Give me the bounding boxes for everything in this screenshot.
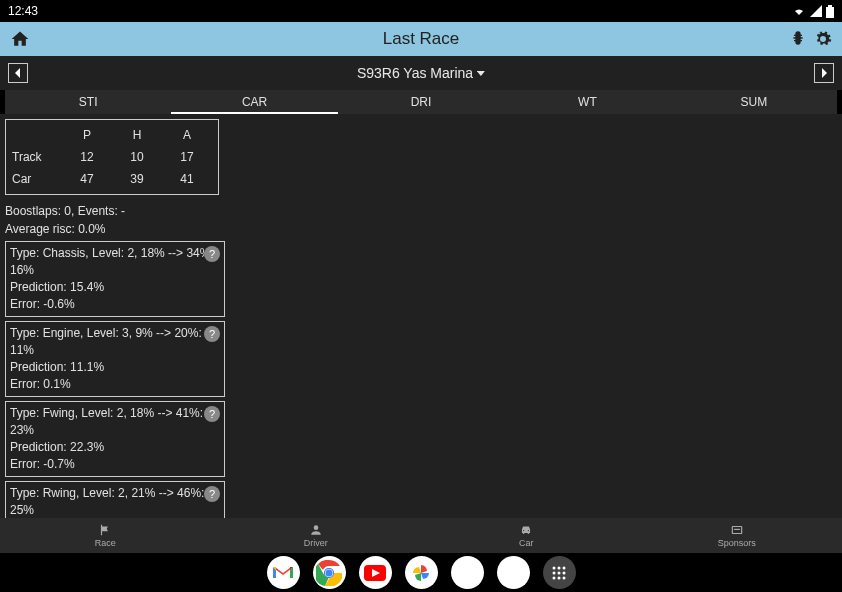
- part-card-chassis: ? Type: Chassis, Level: 2, 18% --> 34%: …: [5, 241, 225, 317]
- svg-rect-3: [734, 529, 740, 530]
- tab-bar: STI CAR DRI WT SUM: [5, 90, 837, 114]
- nav-sponsors[interactable]: Sponsors: [632, 518, 843, 553]
- app-icon-2[interactable]: [497, 556, 530, 589]
- next-button[interactable]: [814, 63, 834, 83]
- header-h: H: [112, 128, 162, 142]
- status-time: 12:43: [8, 4, 38, 18]
- signal-icon: [810, 5, 822, 17]
- status-icons: [792, 5, 834, 18]
- svg-point-11: [558, 566, 561, 569]
- header-a: A: [162, 128, 212, 142]
- part-card-engine: ? Type: Engine, Level: 3, 9% --> 20%: 11…: [5, 321, 225, 397]
- home-icon[interactable]: [10, 29, 30, 49]
- part-card-fwing: ? Type: Fwing, Level: 2, 18% --> 41%: 23…: [5, 401, 225, 477]
- tab-dri[interactable]: DRI: [338, 90, 504, 114]
- tab-wt[interactable]: WT: [504, 90, 670, 114]
- sub-bar: S93R6 Yas Marina: [0, 56, 842, 90]
- app-icon-1[interactable]: [451, 556, 484, 589]
- chrome-icon[interactable]: [313, 556, 346, 589]
- chevron-down-icon: [477, 71, 485, 76]
- nav-car[interactable]: Car: [421, 518, 632, 553]
- gmail-icon[interactable]: [267, 556, 300, 589]
- youtube-icon[interactable]: [359, 556, 392, 589]
- gear-icon[interactable]: [814, 30, 832, 48]
- svg-rect-0: [826, 7, 834, 18]
- svg-point-13: [553, 571, 556, 574]
- svg-point-8: [326, 569, 333, 576]
- person-icon: [309, 523, 323, 537]
- part-card-rwing: ? Type: Rwing, Level: 2, 21% --> 46%: 25…: [5, 481, 225, 518]
- help-icon[interactable]: ?: [204, 486, 220, 502]
- track-dropdown[interactable]: S93R6 Yas Marina: [357, 65, 485, 81]
- help-icon[interactable]: ?: [204, 406, 220, 422]
- table-row: Track 12 10 17: [12, 146, 212, 168]
- status-bar: 12:43: [0, 0, 842, 22]
- track-label: S93R6 Yas Marina: [357, 65, 473, 81]
- svg-point-17: [558, 576, 561, 579]
- svg-point-12: [563, 566, 566, 569]
- bottom-nav: Race Driver Car Sponsors: [0, 518, 842, 553]
- battery-icon: [826, 5, 834, 18]
- stats-table: P H A Track 12 10 17 Car 47 39 41: [5, 119, 219, 195]
- svg-point-15: [563, 571, 566, 574]
- wifi-icon: [792, 5, 806, 17]
- nav-driver[interactable]: Driver: [211, 518, 422, 553]
- car-icon: [519, 523, 533, 537]
- photos-icon[interactable]: [405, 556, 438, 589]
- boost-info: Boostlaps: 0, Events: -: [5, 203, 837, 219]
- nav-race[interactable]: Race: [0, 518, 211, 553]
- tab-sum[interactable]: SUM: [671, 90, 837, 114]
- svg-rect-1: [828, 5, 832, 7]
- svg-point-18: [563, 576, 566, 579]
- svg-point-16: [553, 576, 556, 579]
- help-icon[interactable]: ?: [204, 246, 220, 262]
- app-title: Last Race: [383, 29, 460, 49]
- sponsors-icon: [730, 523, 744, 537]
- table-row: Car 47 39 41: [12, 168, 212, 190]
- help-icon[interactable]: ?: [204, 326, 220, 342]
- bug-icon[interactable]: [790, 30, 806, 46]
- svg-point-14: [558, 571, 561, 574]
- flag-icon: [98, 523, 112, 537]
- apps-icon[interactable]: [543, 556, 576, 589]
- app-bar: Last Race: [0, 22, 842, 56]
- risc-info: Average risc: 0.0%: [5, 221, 837, 237]
- tab-car[interactable]: CAR: [171, 90, 337, 114]
- tab-sti[interactable]: STI: [5, 90, 171, 114]
- content-area: P H A Track 12 10 17 Car 47 39 41 Boostl…: [0, 114, 842, 518]
- svg-point-10: [553, 566, 556, 569]
- prev-button[interactable]: [8, 63, 28, 83]
- system-dock: [0, 553, 842, 592]
- header-p: P: [62, 128, 112, 142]
